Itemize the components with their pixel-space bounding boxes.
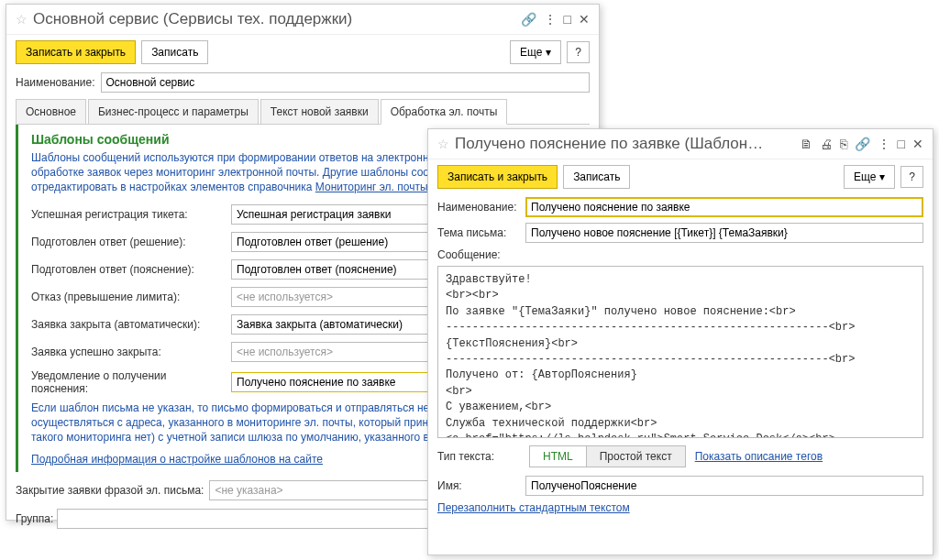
message-label: Сообщение: — [437, 248, 501, 261]
row6-label: Заявка успешно закрыта: — [31, 346, 224, 358]
text-type-toggle: HTML Простой текст — [529, 445, 686, 467]
row1-label: Успешная регистрация тикета: — [31, 208, 224, 221]
tab-process[interactable]: Бизнес-процесс и параметры — [88, 99, 259, 124]
star-icon[interactable]: ☆ — [437, 137, 449, 151]
window-title: Получено пояснение по заявке (Шаблон… — [455, 135, 800, 153]
name-label: Наименование: — [16, 76, 95, 89]
tags-link[interactable]: Показать описание тегов — [695, 450, 823, 463]
close-phrase-label: Закрытие заявки фразой эл. письма: — [16, 484, 204, 497]
id-label: Имя: — [437, 479, 520, 492]
chevron-down-icon: ▾ — [546, 46, 551, 59]
save-button[interactable]: Записать — [141, 40, 208, 64]
titlebar-actions: 🔗 ⋮ □ ✕ — [521, 12, 590, 27]
save-close-button[interactable]: Записать и закрыть — [437, 165, 558, 189]
link-icon[interactable]: 🔗 — [855, 137, 870, 151]
star-icon[interactable]: ☆ — [16, 12, 28, 27]
type-label: Тип текста: — [437, 450, 520, 463]
titlebar: ☆ Получено пояснение по заявке (Шаблон… … — [428, 129, 933, 159]
toolbar: Записать и закрыть Записать Еще ▾ ? — [428, 159, 933, 194]
copy-icon[interactable]: ⎘ — [840, 137, 847, 151]
refill-link[interactable]: Перезаполнить стандартным текстом — [437, 501, 630, 514]
tabs: Основное Бизнес-процесс и параметры Текс… — [16, 99, 590, 125]
more-icon[interactable]: ⋮ — [878, 137, 890, 151]
window-template-editor: ☆ Получено пояснение по заявке (Шаблон… … — [427, 128, 933, 555]
id-input[interactable] — [525, 476, 923, 496]
help-button[interactable]: ? — [900, 166, 923, 188]
row7-label: Уведомление о получении пояснения: — [31, 369, 224, 395]
row4-label: Отказ (превышение лимита): — [31, 291, 224, 303]
help-button[interactable]: ? — [567, 41, 590, 63]
save-button[interactable]: Записать — [563, 165, 630, 189]
message-body[interactable]: Здравствуйте! <br><br> По заявке "{ТемаЗ… — [437, 266, 923, 438]
more-icon[interactable]: ⋮ — [544, 12, 557, 27]
name-input[interactable] — [525, 197, 923, 217]
toolbar: Записать и закрыть Записать Еще ▾ ? — [6, 35, 599, 70]
maximize-icon[interactable]: □ — [898, 137, 905, 151]
print-icon[interactable]: 🖨 — [820, 137, 833, 151]
link-icon[interactable]: 🔗 — [521, 12, 536, 27]
titlebar: ☆ Основной сервис (Сервисы тех. поддержк… — [6, 5, 599, 35]
more-button[interactable]: Еще ▾ — [844, 165, 895, 189]
name-label: Наименование: — [437, 201, 520, 214]
tab-email-processing[interactable]: Обработка эл. почты — [381, 99, 508, 125]
page-icon[interactable]: 🗎 — [800, 137, 812, 151]
tab-new-request-text[interactable]: Текст новой заявки — [260, 99, 379, 124]
titlebar-actions: 🗎 🖨 ⎘ 🔗 ⋮ □ ✕ — [800, 137, 923, 151]
docs-link[interactable]: Подробная информация о настройке шаблоно… — [31, 453, 323, 466]
chevron-down-icon: ▾ — [879, 170, 885, 183]
type-plain-button[interactable]: Простой текст — [587, 446, 685, 467]
subject-label: Тема письма: — [437, 226, 520, 239]
tab-main[interactable]: Основное — [16, 99, 86, 124]
group-label: Группа: — [16, 512, 53, 525]
row5-label: Заявка закрыта (автоматически): — [31, 318, 224, 331]
subject-input[interactable] — [525, 223, 923, 243]
row2-label: Подготовлен ответ (решение): — [31, 236, 224, 248]
monitoring-link[interactable]: Мониторинг эл. почты — [315, 181, 428, 193]
close-icon[interactable]: ✕ — [912, 137, 923, 151]
save-close-button[interactable]: Записать и закрыть — [16, 40, 136, 64]
name-row: Наименование: — [6, 70, 599, 95]
more-button[interactable]: Еще ▾ — [510, 40, 561, 64]
name-input[interactable] — [101, 72, 590, 93]
maximize-icon[interactable]: □ — [564, 12, 571, 27]
type-html-button[interactable]: HTML — [530, 446, 587, 467]
close-icon[interactable]: ✕ — [579, 12, 590, 27]
window-title: Основной сервис (Сервисы тех. поддержки) — [33, 10, 521, 28]
row3-label: Подготовлен ответ (пояснение): — [31, 263, 224, 276]
